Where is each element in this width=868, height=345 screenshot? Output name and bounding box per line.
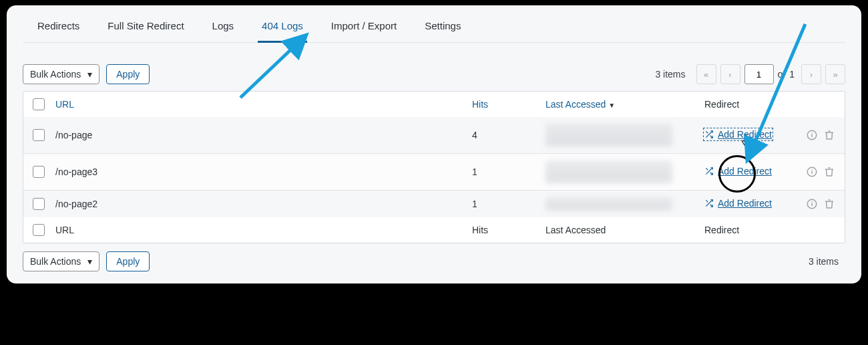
tab-settings[interactable]: Settings — [425, 20, 461, 42]
info-icon[interactable] — [806, 129, 818, 141]
info-icon[interactable] — [806, 166, 818, 178]
page-of-label: of — [778, 69, 786, 80]
sort-desc-icon: ▼ — [608, 102, 615, 109]
page-number-input[interactable] — [744, 64, 774, 84]
tab-404-logs[interactable]: 404 Logs — [262, 20, 303, 42]
row-hits: 1 — [472, 166, 546, 177]
tab-logs[interactable]: Logs — [212, 20, 234, 42]
row-checkbox[interactable] — [33, 198, 45, 210]
chevron-down-icon: ▾ — [87, 256, 92, 267]
chevron-down-icon: ▾ — [87, 69, 92, 80]
trash-icon[interactable] — [823, 198, 835, 210]
shuffle-icon — [704, 199, 714, 208]
tab-full-site-redirect[interactable]: Full Site Redirect — [107, 20, 184, 42]
bulk-actions-label: Bulk Actions — [30, 69, 81, 80]
table-row: /no-page2 1 Add Redirect — [23, 191, 845, 217]
toolbar-top: Bulk Actions ▾ Apply 3 items « ‹ of 1 › … — [23, 64, 845, 84]
select-all-checkbox[interactable] — [33, 98, 45, 110]
trash-icon[interactable] — [823, 166, 835, 178]
page-next-button[interactable]: › — [801, 64, 821, 84]
column-header-hits[interactable]: Hits — [472, 99, 546, 110]
shuffle-icon — [704, 166, 714, 176]
toolbar-bottom: Bulk Actions ▾ Apply 3 items — [23, 251, 845, 271]
items-count: 3 items — [655, 69, 685, 80]
page-total: 1 — [789, 69, 795, 80]
table-row: /no-page 4 Add Redirect — [23, 117, 845, 154]
row-url: /no-page2 — [55, 199, 472, 209]
bulk-actions-select-bottom[interactable]: Bulk Actions ▾ — [23, 251, 99, 271]
tabs-nav: Redirects Full Site Redirect Logs 404 Lo… — [23, 5, 845, 43]
svg-point-3 — [811, 132, 813, 134]
page-first-button[interactable]: « — [696, 64, 716, 84]
footer-column-url[interactable]: URL — [55, 225, 472, 235]
column-header-url[interactable]: URL — [55, 99, 472, 110]
svg-point-6 — [811, 169, 813, 170]
info-icon[interactable] — [806, 198, 818, 210]
table-row: /no-page3 1 Add Redirect — [23, 154, 845, 191]
bulk-actions-label-bottom: Bulk Actions — [30, 256, 81, 267]
row-hits: 4 — [472, 130, 546, 140]
items-count-bottom: 3 items — [809, 256, 839, 267]
footer-column-redirect: Redirect — [704, 225, 798, 235]
page-last-button[interactable]: » — [825, 64, 845, 84]
tab-redirects[interactable]: Redirects — [37, 20, 79, 42]
row-last-accessed — [546, 160, 704, 183]
logs-table: URL Hits Last Accessed▼ Redirect /no-pag… — [23, 91, 845, 243]
tab-import-export[interactable]: Import / Export — [331, 20, 397, 42]
column-header-last-accessed[interactable]: Last Accessed▼ — [546, 99, 704, 110]
row-checkbox[interactable] — [33, 129, 45, 141]
add-redirect-link[interactable]: Add Redirect — [704, 166, 772, 177]
footer-column-hits[interactable]: Hits — [472, 225, 546, 235]
apply-button-bottom[interactable]: Apply — [106, 251, 150, 271]
add-redirect-link[interactable]: Add Redirect — [704, 198, 772, 209]
apply-button[interactable]: Apply — [106, 64, 150, 84]
add-redirect-link[interactable]: Add Redirect — [704, 129, 772, 140]
shuffle-icon — [704, 130, 714, 139]
row-last-accessed — [546, 124, 704, 146]
row-url: /no-page3 — [55, 166, 472, 177]
page-prev-button[interactable]: ‹ — [720, 64, 740, 84]
trash-icon[interactable] — [823, 129, 835, 141]
bulk-actions-select[interactable]: Bulk Actions ▾ — [23, 64, 99, 84]
row-last-accessed — [546, 197, 704, 211]
column-header-redirect: Redirect — [704, 99, 798, 110]
footer-column-last-accessed[interactable]: Last Accessed — [546, 225, 704, 235]
row-hits: 1 — [472, 199, 546, 209]
row-url: /no-page — [55, 130, 472, 140]
row-checkbox[interactable] — [33, 166, 45, 178]
select-all-checkbox-footer[interactable] — [33, 224, 45, 236]
svg-point-9 — [811, 201, 813, 203]
